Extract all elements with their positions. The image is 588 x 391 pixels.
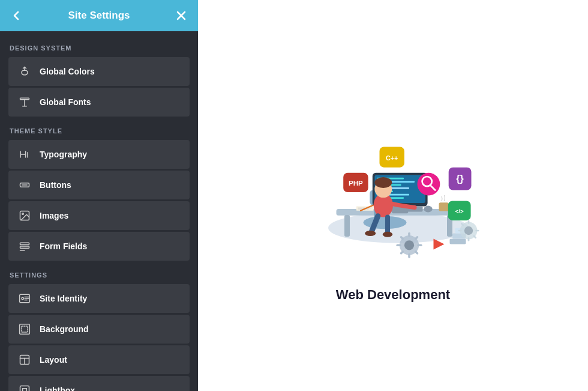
- sidebar-item-lightbox[interactable]: Lightbox: [8, 376, 190, 391]
- identity-icon: [18, 292, 31, 305]
- svg-rect-33: [344, 214, 350, 236]
- sidebar-header: Site Settings: [0, 0, 198, 31]
- svg-text:</>: </>: [455, 208, 464, 214]
- background-icon: [18, 323, 31, 336]
- site-identity-label: Site Identity: [40, 294, 87, 303]
- heading-icon: [18, 148, 31, 161]
- svg-rect-14: [20, 246, 29, 248]
- sidebar-item-typography[interactable]: Typography: [8, 140, 190, 169]
- svg-point-54: [374, 177, 392, 187]
- sidebar-item-site-identity[interactable]: Site Identity: [8, 284, 190, 313]
- svg-rect-21: [20, 324, 30, 335]
- svg-text:C++: C++: [386, 154, 398, 162]
- lightbox-icon: [18, 384, 31, 391]
- typography-label: Typography: [40, 150, 87, 159]
- images-label: Images: [40, 211, 68, 220]
- svg-point-17: [22, 297, 23, 299]
- svg-rect-13: [20, 243, 29, 244]
- form-icon: [18, 240, 31, 253]
- svg-text:{}: {}: [456, 173, 464, 184]
- svg-line-89: [474, 236, 476, 238]
- svg-point-83: [464, 226, 473, 234]
- close-button[interactable]: [173, 7, 190, 24]
- svg-rect-51: [439, 202, 449, 211]
- svg-line-88: [461, 223, 463, 225]
- web-dev-illustration: PHP C++ {} </>: [285, 89, 501, 281]
- svg-line-74: [401, 237, 403, 238]
- svg-marker-78: [434, 238, 445, 249]
- svg-rect-22: [22, 326, 28, 332]
- global-fonts-label: Global Fonts: [40, 97, 91, 107]
- sidebar-item-layout[interactable]: Layout: [8, 345, 190, 374]
- sidebar-item-form-fields[interactable]: Form Fields: [8, 232, 190, 261]
- svg-line-75: [416, 252, 418, 253]
- sidebar: Site Settings DESIGN SYSTEM Global Color…: [0, 0, 198, 391]
- section-label-settings: SETTINGS: [0, 267, 198, 282]
- sidebar-item-images[interactable]: Images: [8, 201, 190, 230]
- svg-line-77: [416, 237, 418, 238]
- main-title: Web Development: [336, 287, 450, 303]
- section-label-design-system: DESIGN SYSTEM: [0, 40, 198, 55]
- layout-icon: [18, 353, 31, 366]
- svg-point-56: [383, 231, 392, 237]
- sidebar-item-buttons[interactable]: Buttons: [8, 171, 190, 199]
- sidebar-title: Site Settings: [25, 10, 173, 22]
- layout-label: Layout: [40, 355, 67, 365]
- sidebar-item-global-colors[interactable]: Global Colors: [8, 57, 190, 86]
- svg-point-35: [364, 216, 407, 229]
- main-content: PHP C++ {} </>: [198, 0, 588, 391]
- buttons-label: Buttons: [40, 180, 71, 190]
- svg-point-69: [404, 240, 414, 250]
- svg-point-12: [22, 213, 24, 215]
- svg-text:PHP: PHP: [349, 179, 363, 187]
- brush-icon: [18, 65, 31, 78]
- svg-rect-79: [450, 238, 466, 244]
- image-icon: [18, 209, 31, 222]
- font-icon: [18, 95, 31, 109]
- svg-point-55: [365, 231, 376, 236]
- lightbox-label: Lightbox: [40, 386, 75, 391]
- section-label-theme-style: THEME STYLE: [0, 123, 198, 138]
- form-fields-label: Form Fields: [40, 241, 87, 251]
- svg-point-50: [424, 205, 432, 212]
- background-label: Background: [40, 324, 89, 334]
- global-colors-label: Global Colors: [40, 67, 95, 76]
- sidebar-body: DESIGN SYSTEM Global Colors Global Fonts…: [0, 31, 198, 391]
- back-button[interactable]: [8, 7, 25, 24]
- illustration-container: PHP C++ {} </>: [285, 89, 501, 303]
- svg-line-76: [401, 252, 403, 253]
- sidebar-item-background[interactable]: Background: [8, 315, 190, 344]
- sidebar-item-global-fonts[interactable]: Global Fonts: [8, 88, 190, 117]
- button-icon: [18, 178, 31, 192]
